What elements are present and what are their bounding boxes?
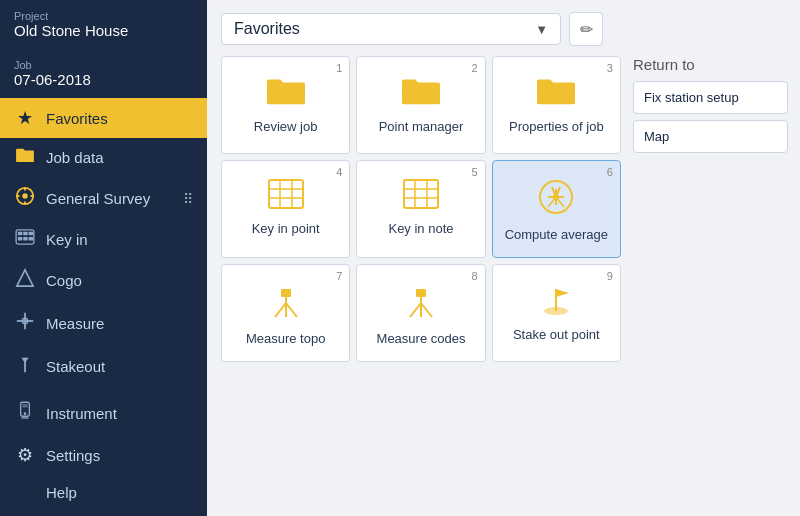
grid-item-review-job[interactable]: 1 Review job (221, 56, 350, 154)
svg-rect-7 (18, 232, 22, 236)
project-name: Old Stone House (14, 22, 193, 39)
grid-item-measure-topo[interactable]: 7 Measure topo (221, 264, 350, 362)
svg-rect-23 (269, 180, 303, 208)
sidebar-item-label: Cogo (46, 272, 82, 289)
grid-item-number: 8 (472, 270, 478, 282)
sidebar: Project Old Stone House Job 07-06-2018 ★… (0, 0, 207, 516)
dropdown-label: Favorites (234, 20, 300, 38)
cogo-icon (14, 268, 36, 293)
sidebar-item-instrument[interactable]: Instrument (0, 392, 207, 435)
grid-item-key-in-point[interactable]: 4 Key in point (221, 160, 350, 258)
topbar: Favorites ▼ ✏ (221, 12, 788, 46)
folder-icon (537, 75, 575, 113)
svg-marker-55 (556, 289, 569, 297)
topo-icon (267, 283, 305, 325)
grid-item-label: Measure topo (246, 331, 326, 348)
grid-item-label: Key in note (388, 221, 453, 238)
svg-rect-9 (29, 232, 33, 236)
job-info: Job 07-06-2018 (0, 49, 207, 94)
svg-rect-8 (23, 232, 27, 236)
sidebar-item-settings[interactable]: ⚙ Settings (0, 435, 207, 475)
grid-item-label: Stake out point (513, 327, 600, 344)
sidebar-item-label: Favorites (46, 110, 108, 127)
codes-icon (402, 283, 440, 325)
sidebar-item-measure[interactable]: Measure (0, 302, 207, 345)
grid-item-number: 5 (472, 166, 478, 178)
folder-icon (267, 75, 305, 113)
svg-rect-12 (29, 237, 33, 241)
folder-icon (14, 147, 36, 168)
sidebar-item-label: Stakeout (46, 358, 105, 375)
return-title: Return to (633, 56, 788, 73)
favorites-dropdown[interactable]: Favorites ▼ (221, 13, 561, 45)
sidebar-item-stakeout[interactable]: Stakeout (0, 345, 207, 388)
sidebar-item-label: Key in (46, 231, 88, 248)
sidebar-item-help[interactable]: Help (0, 475, 207, 510)
grid-item-stake-out-point[interactable]: 9 Stake out point (492, 264, 621, 362)
svg-line-39 (548, 197, 556, 207)
project-info: Project Old Stone House (0, 0, 207, 45)
grid-item-label: Point manager (379, 119, 464, 136)
sidebar-item-favorites[interactable]: ★ Favorites (0, 98, 207, 138)
grid-item-label: Properties of job (509, 119, 604, 136)
chevron-down-icon: ▼ (535, 22, 548, 37)
favorites-grid: 1 Review job 2 Point manager 3 (221, 56, 621, 362)
return-fix-station-button[interactable]: Fix station setup (633, 81, 788, 114)
grid-item-key-in-note[interactable]: 5 Key in note (356, 160, 485, 258)
edit-icon: ✏ (580, 20, 593, 39)
grid-item-number: 7 (336, 270, 342, 282)
grid-item-point-manager[interactable]: 2 Point manager (356, 56, 485, 154)
sidebar-bottom: Instrument ⚙ Settings Help About Exit (0, 392, 207, 516)
sidebar-item-general-survey[interactable]: General Survey ⠿ (0, 177, 207, 220)
svg-point-48 (417, 289, 425, 297)
project-label: Project (14, 10, 193, 22)
stakeout-flag-icon (537, 283, 575, 321)
svg-line-40 (556, 197, 564, 207)
job-date: 07-06-2018 (14, 71, 193, 88)
svg-line-52 (421, 303, 432, 317)
grid-item-number: 6 (607, 166, 613, 178)
sidebar-nav: ★ Favorites Job data General Survey ⠿ Ke… (0, 98, 207, 388)
svg-rect-20 (22, 404, 27, 408)
stakeout-icon (14, 354, 36, 379)
sidebar-item-cogo[interactable]: Cogo (0, 259, 207, 302)
svg-point-1 (22, 193, 27, 198)
favorites-grid-panel: 1 Review job 2 Point manager 3 (221, 56, 621, 504)
svg-point-21 (24, 412, 27, 415)
grid-item-number: 4 (336, 166, 342, 178)
sidebar-item-job-data[interactable]: Job data (0, 138, 207, 177)
svg-line-46 (286, 303, 297, 317)
folder-icon (402, 75, 440, 113)
sidebar-item-label: General Survey (46, 190, 150, 207)
grid-item-properties-of-job[interactable]: 3 Properties of job (492, 56, 621, 154)
svg-marker-18 (21, 358, 28, 363)
return-panel: Return to Fix station setup Map (633, 56, 788, 504)
gear-icon: ⚙ (14, 444, 36, 466)
grid-item-label: Key in point (252, 221, 320, 238)
grid-item-number: 9 (607, 270, 613, 282)
instrument-icon (14, 401, 36, 426)
svg-line-50 (410, 303, 421, 317)
sidebar-item-key-in[interactable]: Key in (0, 220, 207, 259)
edit-button[interactable]: ✏ (569, 12, 603, 46)
grid-item-measure-codes[interactable]: 8 Measure codes (356, 264, 485, 362)
sidebar-item-about[interactable]: About (0, 510, 207, 516)
grid-item-label: Measure codes (377, 331, 466, 348)
svg-line-44 (275, 303, 286, 317)
grid-item-compute-average[interactable]: 6 Compu (492, 160, 621, 258)
svg-marker-13 (17, 270, 33, 286)
main-content: Favorites ▼ ✏ 1 Review job 2 (207, 0, 800, 516)
grid-item-number: 3 (607, 62, 613, 74)
sidebar-item-label: Settings (46, 447, 100, 464)
compass-icon (538, 179, 574, 221)
return-map-button[interactable]: Map (633, 120, 788, 153)
measure-icon (14, 311, 36, 336)
sidebar-item-label: Job data (46, 149, 104, 166)
dots-icon: ⠿ (183, 191, 193, 207)
sidebar-item-label: Measure (46, 315, 104, 332)
svg-rect-11 (23, 237, 27, 241)
grid-icon (268, 179, 304, 215)
job-label: Job (14, 59, 193, 71)
keyin-icon (14, 229, 36, 250)
svg-rect-10 (18, 237, 22, 241)
